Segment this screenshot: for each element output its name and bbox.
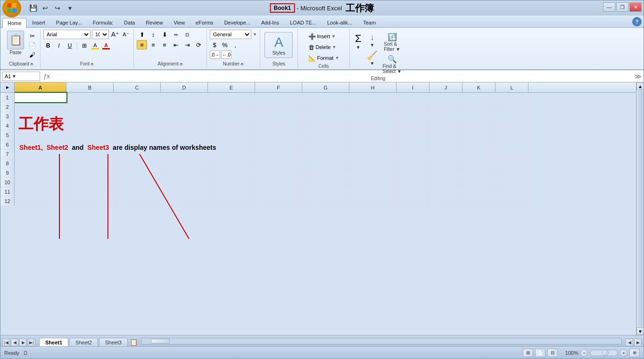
col-header-L[interactable]: L	[495, 82, 528, 92]
format-cell-button[interactable]: 📐 Format ▼	[307, 53, 341, 63]
scroll-up-btn[interactable]: ▲	[636, 82, 644, 90]
insert-dropdown-icon[interactable]: ▼	[331, 34, 336, 39]
insert-cell-button[interactable]: ➕ Insert ▼	[307, 32, 337, 41]
cell-G8[interactable]	[302, 159, 349, 168]
cell-B9[interactable]	[66, 168, 114, 178]
row-header-5[interactable]: 5	[0, 131, 15, 140]
cell-F4[interactable]	[255, 121, 302, 131]
maximize-btn[interactable]: ❐	[616, 2, 628, 12]
cell-B7[interactable]	[66, 149, 114, 159]
status-icon[interactable]: 🗋	[23, 350, 28, 356]
cell-A8[interactable]	[15, 159, 66, 168]
cell-E6[interactable]	[208, 140, 255, 149]
cell-E5[interactable]	[208, 131, 255, 140]
cell-D1[interactable]	[161, 93, 208, 102]
cell-E11[interactable]	[208, 187, 255, 196]
font-expand-icon[interactable]: ⬘	[91, 62, 94, 66]
increase-indent-button[interactable]: ⇥	[182, 40, 192, 49]
cell-G11[interactable]	[302, 187, 349, 196]
cell-J2[interactable]	[429, 102, 462, 112]
decrease-decimal-btn[interactable]: ←.0	[221, 50, 231, 59]
cell-A1[interactable]	[15, 93, 66, 102]
cell-F1[interactable]	[255, 93, 302, 102]
page-break-view-btn[interactable]: ⊟	[547, 349, 558, 357]
fit-view-btn[interactable]: ⊕	[629, 349, 640, 357]
cell-G1[interactable]	[302, 93, 349, 102]
close-btn[interactable]: ✕	[629, 2, 642, 12]
cell-K2[interactable]	[462, 102, 495, 112]
fill-button[interactable]: ↓ ▼	[365, 32, 379, 49]
cell-C12[interactable]	[114, 196, 161, 206]
delete-cell-button[interactable]: 🗑 Delete ▼	[307, 42, 338, 52]
vertical-scrollbar[interactable]: ▲ ▼	[636, 82, 644, 335]
cell-I2[interactable]	[396, 102, 429, 112]
cell-G3[interactable]	[302, 112, 349, 121]
tab-addins[interactable]: Add-Ins	[256, 17, 284, 27]
format-painter-button[interactable]: 🖌	[27, 50, 37, 59]
cell-B11[interactable]	[66, 187, 114, 196]
cell-J4[interactable]	[429, 121, 462, 131]
cell-H8[interactable]	[349, 159, 396, 168]
wrap-text-button[interactable]: ⇔	[171, 30, 181, 39]
tab-team[interactable]: Team	[358, 17, 381, 27]
cell-B6[interactable]	[66, 140, 114, 149]
cell-C9[interactable]	[114, 168, 161, 178]
col-header-C[interactable]: C	[114, 82, 161, 92]
cell-B8[interactable]	[66, 159, 114, 168]
cell-E10[interactable]	[208, 178, 255, 187]
cell-I9[interactable]	[396, 168, 429, 178]
cell-I1[interactable]	[396, 93, 429, 102]
cell-A9[interactable]	[15, 168, 66, 178]
tab-view[interactable]: View	[168, 17, 190, 27]
col-header-A[interactable]: A	[15, 82, 66, 92]
cell-L1[interactable]	[495, 93, 528, 102]
cell-L2[interactable]	[495, 102, 528, 112]
normal-view-btn[interactable]: ⊞	[523, 349, 533, 357]
cell-L5[interactable]	[495, 131, 528, 140]
scroll-left-btn[interactable]: ◀	[626, 339, 633, 346]
cell-K10[interactable]	[462, 178, 495, 187]
col-header-J[interactable]: J	[429, 82, 462, 92]
cell-K6[interactable]	[462, 140, 495, 149]
cell-L12[interactable]	[495, 196, 528, 206]
underline-button[interactable]: U	[65, 41, 74, 50]
increase-decimal-btn[interactable]: .0→	[210, 50, 220, 59]
tab-data[interactable]: Data	[119, 17, 140, 27]
cell-E9[interactable]	[208, 168, 255, 178]
currency-button[interactable]: $	[210, 40, 219, 49]
cell-E1[interactable]	[208, 93, 255, 102]
row-header-8[interactable]: 8	[0, 159, 15, 168]
sort-filter-button[interactable]: 🔃 Sort &Filter ▼	[382, 32, 402, 53]
cell-F9[interactable]	[255, 168, 302, 178]
orientation-button[interactable]: ⟳	[193, 40, 204, 49]
cell-G12[interactable]	[302, 196, 349, 206]
decrease-indent-button[interactable]: ⇤	[171, 40, 181, 49]
fill-color-button[interactable]: A	[91, 41, 100, 50]
col-header-B[interactable]: B	[66, 82, 114, 92]
italic-button[interactable]: I	[54, 41, 64, 50]
cell-A11[interactable]	[15, 187, 66, 196]
borders-button[interactable]: ⊞	[80, 41, 89, 50]
number-format-dropdown[interactable]: ▼	[253, 32, 257, 37]
cell-L6[interactable]	[495, 140, 528, 149]
cell-J10[interactable]	[429, 178, 462, 187]
tab-review[interactable]: Review	[140, 17, 168, 27]
cell-L11[interactable]	[495, 187, 528, 196]
cell-D11[interactable]	[161, 187, 208, 196]
cell-J9[interactable]	[429, 168, 462, 178]
cell-G9[interactable]	[302, 168, 349, 178]
clipboard-expand-icon[interactable]: ⬘	[30, 62, 33, 66]
number-format-select[interactable]: General	[210, 30, 251, 39]
formula-input[interactable]	[53, 72, 633, 81]
zoom-plus-btn[interactable]: +	[620, 349, 627, 357]
cell-F10[interactable]	[255, 178, 302, 187]
cell-E12[interactable]	[208, 196, 255, 206]
cell-I12[interactable]	[396, 196, 429, 206]
cell-H5[interactable]	[349, 131, 396, 140]
alignment-expand-icon[interactable]: ⬘	[180, 62, 183, 66]
sheet-tab-sheet2[interactable]: Sheet2	[69, 338, 98, 346]
name-box-dropdown[interactable]: ▼	[12, 74, 16, 79]
cell-K12[interactable]	[462, 196, 495, 206]
cell-B10[interactable]	[66, 178, 114, 187]
tab-home[interactable]: Home	[2, 18, 26, 28]
